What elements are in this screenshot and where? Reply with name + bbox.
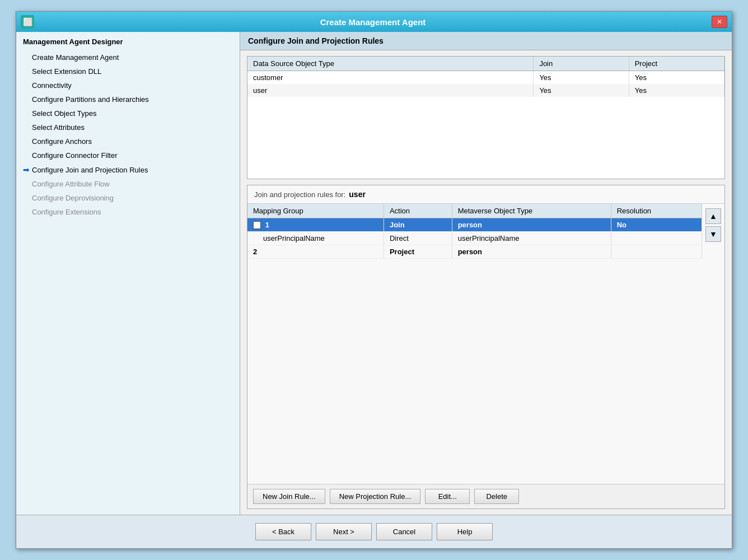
col-action: Action [384, 204, 452, 218]
table-row[interactable]: customer Yes Yes [247, 71, 724, 85]
col-data-source-object-type: Data Source Object Type [247, 57, 534, 71]
cell-resolution: No [611, 218, 702, 232]
cancel-button[interactable]: Cancel [376, 523, 432, 540]
join-rule-row[interactable]: − 1 Join person No [247, 218, 702, 232]
col-project: Project [629, 57, 724, 71]
cell-type: user [247, 84, 534, 97]
edit-button[interactable]: Edit... [425, 489, 470, 504]
col-mapping-group: Mapping Group [247, 204, 384, 218]
cell-mv-type: person [452, 218, 611, 232]
cell-join: Yes [534, 71, 629, 85]
close-button[interactable]: ✕ [712, 16, 727, 28]
active-arrow-icon: ➡ [23, 165, 30, 174]
cell-proj-group: 2 [247, 245, 384, 259]
cell-type: customer [247, 71, 534, 85]
main-window: ⬜ Create Management Agent ✕ Management A… [16, 11, 732, 549]
data-source-table-container: Data Source Object Type Join Project cus… [247, 56, 725, 179]
sidebar-item-configure-extensions[interactable]: Configure Extensions [16, 205, 240, 219]
join-section-footer: New Join Rule... New Projection Rule... … [247, 484, 724, 508]
sidebar-header: Management Agent Designer [16, 34, 240, 50]
col-join: Join [534, 57, 629, 71]
content-area: Management Agent Designer Create Managem… [16, 32, 732, 515]
up-down-buttons: ▲ ▼ [702, 204, 724, 484]
sidebar-item-select-object-types[interactable]: Select Object Types [16, 106, 240, 120]
app-icon: ⬜ [21, 15, 34, 29]
main-body: Data Source Object Type Join Project cus… [240, 50, 732, 515]
sidebar-item-create-ma[interactable]: Create Management Agent [16, 50, 240, 64]
cell-action: Join [384, 218, 452, 232]
cell-proj-action: Project [384, 245, 452, 259]
projection-rule-row[interactable]: 2 Project person [247, 245, 702, 259]
cell-join: Yes [534, 84, 629, 97]
table-row[interactable]: user Yes Yes [247, 84, 724, 97]
bottom-bar: < Back Next > Cancel Help [16, 515, 732, 548]
sidebar-item-configure-partitions[interactable]: Configure Partitions and Hierarchies [16, 92, 240, 106]
cell-project: Yes [629, 71, 724, 85]
delete-button[interactable]: Delete [474, 489, 519, 504]
col-mv-type: Metaverse Object Type [452, 204, 611, 218]
sidebar: Management Agent Designer Create Managem… [16, 32, 240, 515]
window-controls: ✕ [712, 16, 727, 28]
col-resolution: Resolution [611, 204, 702, 218]
move-down-button[interactable]: ▼ [705, 226, 721, 242]
cell-sub-action: Direct [384, 232, 452, 245]
move-up-button[interactable]: ▲ [705, 208, 721, 224]
cell-proj-mv-type: person [452, 245, 611, 259]
sidebar-item-connectivity[interactable]: Connectivity [16, 78, 240, 92]
join-rules-table: Mapping Group Action Metaverse Object Ty… [247, 204, 702, 259]
join-rules-value: user [349, 190, 366, 199]
join-sub-row[interactable]: userPrincipalName Direct userPrincipalNa… [247, 232, 702, 245]
sidebar-item-configure-join[interactable]: ➡ Configure Join and Projection Rules [16, 162, 240, 177]
new-projection-rule-button[interactable]: New Projection Rule... [330, 489, 421, 504]
cell-sub-mv-type: userPrincipalName [452, 232, 611, 245]
main-header: Configure Join and Projection Rules [240, 32, 732, 50]
join-section: Join and projection rules for: user Mapp… [247, 185, 725, 509]
join-section-header: Join and projection rules for: user [247, 185, 724, 204]
join-rules-label: Join and projection rules for: [254, 190, 345, 199]
window-title: Create Management Agent [34, 17, 712, 27]
sidebar-item-configure-attribute-flow[interactable]: Configure Attribute Flow [16, 177, 240, 191]
join-table-container: Mapping Group Action Metaverse Object Ty… [247, 204, 702, 484]
join-table-wrapper: Mapping Group Action Metaverse Object Ty… [247, 204, 724, 484]
sidebar-item-select-attributes[interactable]: Select Attributes [16, 120, 240, 134]
sidebar-item-configure-deprovisioning[interactable]: Configure Deprovisioning [16, 191, 240, 205]
back-button[interactable]: < Back [255, 523, 311, 540]
new-join-rule-button[interactable]: New Join Rule... [253, 489, 325, 504]
cell-mapping-group: − 1 [247, 218, 384, 232]
cell-project: Yes [629, 84, 724, 97]
title-bar: ⬜ Create Management Agent ✕ [16, 12, 732, 32]
sidebar-item-configure-connector-filter[interactable]: Configure Connector Filter [16, 148, 240, 162]
cell-proj-resolution [611, 245, 702, 259]
sidebar-item-configure-anchors[interactable]: Configure Anchors [16, 134, 240, 148]
help-button[interactable]: Help [437, 523, 493, 540]
data-source-table: Data Source Object Type Join Project cus… [247, 57, 724, 97]
cell-sub-resolution [611, 232, 702, 245]
sidebar-item-select-ext-dll[interactable]: Select Extension DLL [16, 64, 240, 78]
next-button[interactable]: Next > [316, 523, 372, 540]
main-panel: Configure Join and Projection Rules Data… [240, 32, 732, 515]
cell-sub-group: userPrincipalName [247, 232, 384, 245]
expand-icon[interactable]: − [253, 221, 261, 229]
